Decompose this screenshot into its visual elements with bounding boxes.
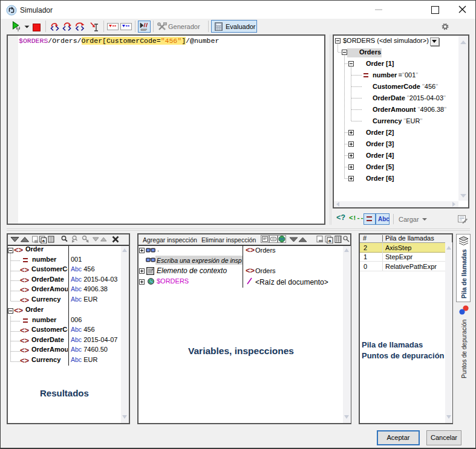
svg-text:a: a: [328, 238, 331, 244]
